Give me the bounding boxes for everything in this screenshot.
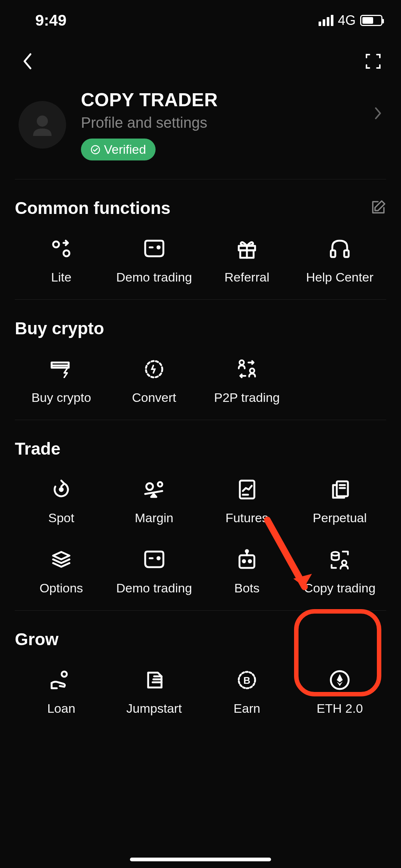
gift-icon [235,237,259,261]
grow-item-eth[interactable]: ETH 2.0 [293,664,386,719]
grid-label: Futures [225,511,268,525]
grid-label: Options [39,581,83,595]
trade-item-spot[interactable]: Spot [15,474,108,529]
grid-label: Bots [234,581,260,595]
trade-item-margin[interactable]: Margin [108,474,200,529]
verified-badge: Verified [81,139,156,160]
svg-point-5 [157,246,160,248]
grid-label: P2P trading [214,390,280,405]
grid-label: Loan [47,701,75,716]
futures-icon [235,477,259,501]
profile-info: COPY TRADER Profile and settings Verifie… [81,89,382,160]
section-common-functions: Common functions Lite Demo trading Refer… [0,179,401,299]
margin-icon [142,477,166,501]
earn-icon: B [235,668,259,692]
buy-item-convert[interactable]: Convert [108,353,200,409]
svg-rect-10 [344,250,349,257]
svg-point-31 [342,560,346,565]
svg-point-15 [146,483,153,490]
chevron-right-icon [374,106,382,122]
svg-point-30 [332,552,339,556]
section-title: Trade [15,439,61,459]
common-item-help-center[interactable]: Help Center [293,233,386,288]
status-bar: 9:49 4G [0,0,401,37]
grow-item-earn[interactable]: B Earn [200,664,293,719]
section-title: Grow [15,629,59,649]
options-icon [49,547,74,572]
status-indicators: 4G [319,13,382,28]
svg-point-3 [63,250,69,256]
headset-icon [328,237,352,261]
svg-point-24 [157,557,160,559]
svg-point-27 [246,550,248,552]
grid-label: ETH 2.0 [317,701,363,716]
grid-label: Perpetual [313,511,367,525]
bots-icon [235,547,259,572]
svg-point-13 [250,368,254,373]
grid-label: Earn [234,701,260,716]
grow-item-jumpstart[interactable]: Jumpstart [108,664,200,719]
lite-icon [49,237,74,261]
section-trade: Trade Spot Margin Futures Perpetual [0,420,401,610]
common-item-lite[interactable]: Lite [15,233,108,288]
trade-item-bots[interactable]: Bots [200,544,293,599]
svg-rect-9 [331,250,335,257]
grid-label: Lite [51,270,72,285]
edit-button[interactable] [371,199,386,217]
common-item-demo-trading[interactable]: Demo trading [108,233,200,288]
grid-label: Convert [132,390,176,405]
back-button[interactable] [19,52,37,71]
convert-icon [142,357,166,381]
trade-item-copy-trading[interactable]: Copy trading [293,544,386,599]
verified-label: Verified [104,142,146,157]
trade-item-futures[interactable]: Futures [200,474,293,529]
section-buy-crypto: Buy crypto Buy crypto Convert P2P tradin… [0,300,401,420]
nav-bar [0,37,401,85]
avatar [19,101,66,149]
trade-item-options[interactable]: Options [15,544,108,599]
svg-text:B: B [244,675,251,686]
loan-icon [49,668,74,692]
grid-label: Spot [48,511,74,525]
grid-label: Help Center [306,270,373,285]
copy-trading-icon [328,547,352,572]
battery-icon [360,15,382,26]
eth-icon [328,668,352,692]
signal-icon [319,15,333,26]
spot-icon [49,477,74,501]
grid-label: Demo trading [116,581,192,595]
svg-point-14 [60,488,63,491]
check-circle-icon [91,145,100,155]
status-time: 9:49 [35,12,66,29]
trade-item-perpetual[interactable]: Perpetual [293,474,386,529]
profile-section[interactable]: COPY TRADER Profile and settings Verifie… [0,85,401,179]
grow-item-loan[interactable]: Loan [15,664,108,719]
demo-icon [142,237,166,261]
grid-label: Buy crypto [32,390,91,405]
grid-label: Copy trading [304,581,376,595]
svg-point-0 [37,116,48,127]
svg-point-12 [239,360,244,365]
buy-item-p2p-trading[interactable]: P2P trading [200,353,293,409]
grid-label: Margin [135,511,173,525]
svg-point-16 [158,482,162,487]
svg-point-28 [243,560,245,562]
trade-item-demo-trading[interactable]: Demo trading [108,544,200,599]
grid-label: Jumpstart [126,701,182,716]
home-indicator [130,858,271,861]
svg-point-2 [53,241,59,247]
network-label: 4G [338,13,356,28]
profile-subtitle: Profile and settings [81,114,382,131]
svg-point-29 [249,560,251,562]
p2p-icon [235,357,259,381]
buy-item-buy-crypto[interactable]: Buy crypto [15,353,108,409]
svg-point-1 [91,146,100,154]
card-bolt-icon [49,357,74,381]
perpetual-icon [328,477,352,501]
common-item-referral[interactable]: Referral [200,233,293,288]
section-grow: Grow Loan Jumpstart B Earn ETH 2.0 [0,611,401,731]
grid-label: Referral [225,270,270,285]
demo-icon [142,547,166,572]
scan-button[interactable] [364,52,382,71]
svg-point-32 [62,672,67,677]
